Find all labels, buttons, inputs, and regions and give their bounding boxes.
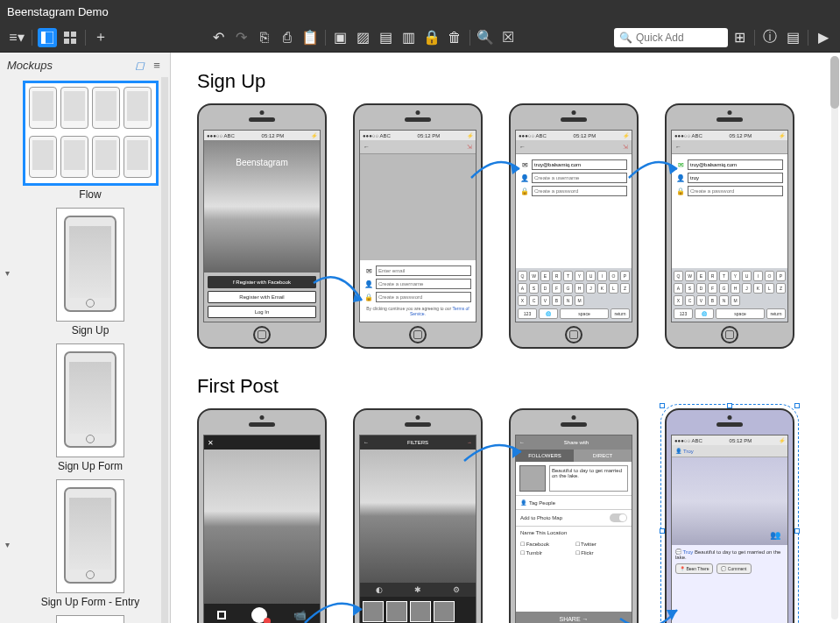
clipboard-icon[interactable]: 📋 (300, 28, 320, 47)
key-p[interactable]: P (776, 271, 786, 281)
paste-icon[interactable]: ⎙ (278, 28, 297, 47)
password-field[interactable] (688, 186, 783, 196)
username-field[interactable] (688, 173, 783, 183)
checkbox-facebook[interactable]: Facebook (520, 541, 573, 547)
mockup-share[interactable]: ←Share with FOLLOWERSDIRECT Beautiful to… (509, 408, 639, 623)
menu-icon[interactable]: ≡▾ (7, 28, 26, 47)
key-y[interactable]: Y (731, 271, 740, 281)
key-l[interactable]: L (765, 283, 774, 294)
toggle-sidebar-icon[interactable] (38, 28, 57, 47)
markup-icon[interactable]: ☒ (498, 28, 518, 47)
username-field[interactable] (376, 279, 471, 289)
key-u[interactable]: U (742, 271, 752, 281)
key-a[interactable]: A (674, 283, 683, 294)
comment-button[interactable]: 💬 Comment (716, 563, 751, 574)
key-c[interactable]: C (529, 295, 539, 306)
key-f[interactable]: F (708, 283, 717, 294)
key-d[interactable]: D (540, 283, 550, 294)
email-field[interactable] (688, 159, 783, 170)
back-icon[interactable] (675, 144, 681, 150)
back-icon[interactable]: ← (364, 440, 369, 445)
key-f[interactable]: F (552, 283, 561, 294)
thumb-signup[interactable]: ▾ Sign Up (18, 208, 163, 336)
back-icon[interactable]: ← (519, 440, 525, 445)
present-icon[interactable]: ▶ (814, 28, 833, 47)
key-b[interactable]: B (552, 295, 561, 306)
been-there-button[interactable]: 📍 Been There (675, 563, 713, 574)
shutter-button[interactable] (251, 607, 267, 623)
key-x[interactable]: X (518, 295, 527, 306)
name-location-row[interactable]: Name This Location (516, 526, 632, 539)
quick-add-box[interactable]: 🔍 (614, 28, 728, 47)
canvas[interactable]: Sign Up 05:12 PM Beenstagram f Register … (171, 53, 840, 623)
tree-caret-icon[interactable]: ▾ (5, 267, 10, 277)
settings-icon[interactable]: ⚙ (453, 585, 460, 594)
filter-latte[interactable] (434, 601, 455, 622)
key-x[interactable]: X (674, 295, 683, 306)
filter-machiato[interactable] (410, 601, 431, 622)
register-fb-button[interactable]: f Register with Facebook (208, 276, 316, 288)
key-v[interactable]: V (696, 295, 706, 306)
keyboard[interactable]: QWERTYUIOPASDFGHJKLZXCVBNM (516, 268, 632, 308)
caption-field[interactable]: Beautiful to day to get married on the l… (549, 465, 628, 492)
tag-people-row[interactable]: 👤Tag People (516, 495, 632, 509)
notes-icon[interactable]: ▤ (783, 28, 802, 47)
filter-espresso[interactable] (386, 601, 407, 622)
tree-caret-icon[interactable]: ▾ (5, 539, 10, 549)
key-k[interactable]: K (753, 283, 763, 294)
password-field[interactable] (376, 292, 471, 302)
register-email-button[interactable]: Register with Email (208, 291, 316, 303)
key-e[interactable]: E (696, 271, 706, 281)
tab-direct[interactable]: DIRECT (574, 450, 632, 462)
grid-view-icon[interactable] (60, 28, 80, 47)
key-r[interactable]: R (552, 271, 561, 281)
zoom-icon[interactable]: 🔍 (476, 28, 495, 47)
key-j[interactable]: J (742, 283, 752, 294)
key-v[interactable]: V (540, 295, 550, 306)
library-icon[interactable]: ⊞ (730, 28, 749, 47)
key-c[interactable]: C (685, 295, 695, 306)
key-d[interactable]: D (696, 283, 706, 294)
key-u[interactable]: U (586, 271, 596, 281)
mockup-filters[interactable]: ←FILTERS→ ◐✱⚙ (353, 408, 483, 623)
key-s[interactable]: S (529, 283, 539, 294)
key-g[interactable]: G (563, 283, 573, 294)
email-field[interactable] (376, 265, 471, 276)
key-w[interactable]: W (685, 271, 695, 281)
copy-icon[interactable]: ⎘ (255, 28, 274, 47)
key-o[interactable]: O (765, 271, 774, 281)
thumb-next[interactable] (18, 615, 163, 623)
keyboard[interactable]: QWERTYUIOPASDFGHJKLZXCVBNM (672, 268, 787, 308)
key-n[interactable]: N (563, 295, 573, 306)
next-icon[interactable]: → (467, 440, 472, 445)
ungroup-icon[interactable]: ▨ (354, 28, 373, 47)
back-icon[interactable] (364, 144, 370, 150)
mockup-signup-valid[interactable]: 05:12 PM ✉ 👤 🔒 QWERTYUIOPASDFGHJKLZXCVBN… (665, 103, 794, 349)
front-icon[interactable]: ▤ (377, 28, 396, 47)
back-icon[interactable]: ▥ (399, 28, 419, 47)
key-g[interactable]: G (719, 283, 729, 294)
key-m[interactable]: M (575, 295, 584, 306)
contrast-icon[interactable]: ◐ (376, 585, 383, 594)
checkbox-twitter[interactable]: Twitter (575, 541, 628, 547)
filter-normal[interactable] (363, 601, 384, 622)
key-i[interactable]: I (753, 271, 763, 281)
key-n[interactable]: N (719, 295, 729, 306)
mockup-signup-form[interactable]: 05:12 PM ⇲ ✉ 👤 🔒 By clicking continue yo… (353, 103, 483, 349)
thumb-flow[interactable]: Flow (18, 81, 163, 201)
key-o[interactable]: O (609, 271, 618, 281)
key-h[interactable]: H (575, 283, 584, 294)
key-m[interactable]: M (731, 295, 740, 306)
key-h[interactable]: H (731, 283, 740, 294)
key-k[interactable]: K (597, 283, 607, 294)
sidebar-toggle-icon[interactable]: ◻ (133, 59, 145, 71)
email-field[interactable] (532, 159, 627, 170)
key-l[interactable]: L (609, 283, 618, 294)
key-i[interactable]: I (597, 271, 607, 281)
quick-add-input[interactable] (636, 32, 723, 44)
key-z[interactable]: Z (620, 283, 630, 294)
mockup-feed[interactable]: 05:12 PM 👤Troy 💬 Troy Beautiful to day t… (665, 408, 794, 623)
checkbox-tumblr[interactable]: Tumblr (520, 549, 573, 556)
key-e[interactable]: E (540, 271, 550, 281)
key-p[interactable]: P (620, 271, 630, 281)
